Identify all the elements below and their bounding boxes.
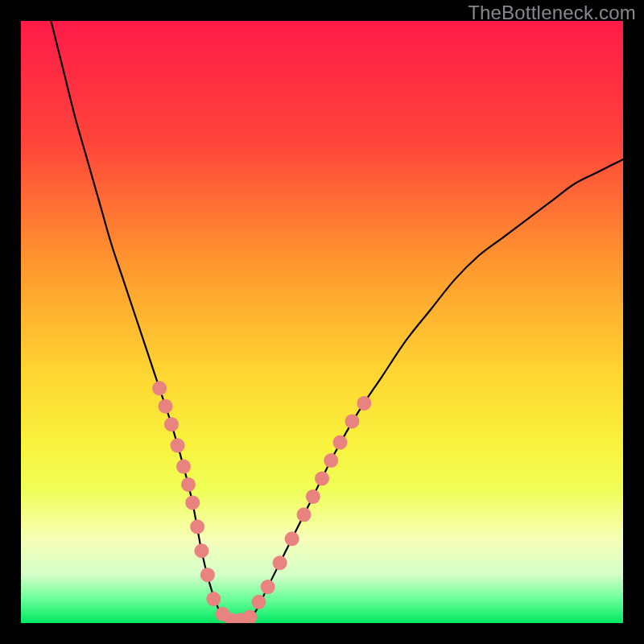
highlight-dot [273, 555, 287, 570]
highlight-dot [332, 436, 347, 450]
highlight-dot [357, 396, 371, 411]
highlight-dot [306, 489, 320, 504]
highlight-dot [170, 438, 184, 452]
chart-svg [21, 21, 623, 623]
chart-frame [21, 21, 623, 623]
highlight-dot [261, 580, 275, 594]
highlight-dot [181, 477, 196, 492]
highlight-dot [297, 507, 312, 522]
highlight-dot [194, 543, 208, 558]
highlight-dot [176, 460, 191, 474]
highlight-dot [159, 399, 173, 414]
highlight-dot [285, 531, 299, 546]
highlight-dot [324, 453, 338, 468]
highlight-dot [251, 595, 266, 609]
highlight-dot [152, 381, 167, 395]
highlight-dot [206, 592, 221, 606]
highlight-dot [185, 495, 200, 510]
highlight-dot [190, 519, 204, 534]
highlight-dot [200, 568, 215, 582]
highlight-dot [315, 471, 329, 485]
highlight-dot [345, 414, 359, 428]
highlight-dot [164, 417, 179, 431]
gradient-background [21, 21, 623, 623]
